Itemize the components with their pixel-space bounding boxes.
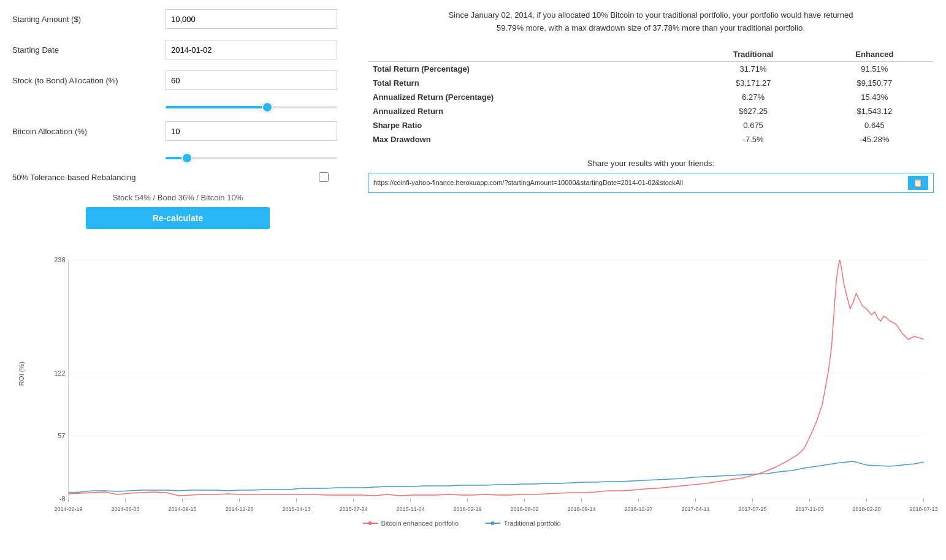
result-enhanced: 91.51% bbox=[815, 61, 934, 76]
svg-text:2017-11-03: 2017-11-03 bbox=[795, 506, 823, 512]
chart-section: ROI (%) 238 122 57 -8 bbox=[0, 248, 946, 554]
share-url-text: https://coinfi-yahoo-finance.herokuapp.c… bbox=[373, 179, 903, 186]
bitcoin-slider[interactable] bbox=[166, 157, 337, 159]
rebalancing-checkbox[interactable] bbox=[319, 172, 329, 182]
svg-text:Bitcoin enhanced portfolio: Bitcoin enhanced portfolio bbox=[381, 520, 459, 527]
bitcoin-row: Bitcoin Allocation (%) bbox=[12, 121, 343, 141]
svg-text:238: 238 bbox=[54, 256, 65, 263]
svg-text:2014-06-03: 2014-06-03 bbox=[111, 506, 139, 512]
bitcoin-slider-container bbox=[166, 152, 337, 161]
svg-text:122: 122 bbox=[54, 369, 65, 377]
svg-text:2014-02-19: 2014-02-19 bbox=[54, 506, 82, 512]
col-traditional: Traditional bbox=[691, 47, 815, 62]
svg-text:2016-12-27: 2016-12-27 bbox=[624, 506, 652, 512]
results-panel: Since January 02, 2014, if you allocated… bbox=[356, 0, 946, 248]
stock-bond-slider-container bbox=[166, 101, 337, 110]
share-url-row: https://coinfi-yahoo-finance.herokuapp.c… bbox=[368, 173, 934, 193]
svg-text:2017-04-11: 2017-04-11 bbox=[681, 506, 709, 512]
stock-bond-label: Stock (to Bond) Allocation (%) bbox=[12, 76, 166, 85]
starting-amount-input[interactable] bbox=[166, 9, 337, 29]
svg-text:2016-02-19: 2016-02-19 bbox=[453, 506, 481, 512]
svg-text:2016-09-14: 2016-09-14 bbox=[567, 506, 595, 512]
starting-amount-label: Starting Amount ($) bbox=[12, 15, 166, 24]
svg-text:2016-06-02: 2016-06-02 bbox=[510, 506, 538, 512]
result-label: Annualized Return (Percentage) bbox=[368, 90, 691, 104]
results-row: Max Drawdown -7.5% -45.28% bbox=[368, 132, 934, 146]
starting-date-input[interactable] bbox=[166, 40, 337, 59]
summary-text: Since January 02, 2014, if you allocated… bbox=[443, 9, 860, 35]
result-enhanced: $9,150.77 bbox=[815, 76, 934, 90]
rebalancing-row: 50% Tolerance-based Rebalancing bbox=[12, 172, 343, 182]
col-enhanced: Enhanced bbox=[815, 47, 934, 62]
svg-point-42 bbox=[368, 521, 372, 525]
starting-date-label: Starting Date bbox=[12, 45, 166, 55]
svg-text:2014-12-26: 2014-12-26 bbox=[225, 506, 253, 512]
svg-text:-8: -8 bbox=[59, 495, 66, 502]
starting-amount-row: Starting Amount ($) bbox=[12, 9, 343, 29]
result-label: Max Drawdown bbox=[368, 132, 691, 146]
svg-text:57: 57 bbox=[58, 432, 65, 439]
result-enhanced: 15.43% bbox=[815, 90, 934, 104]
result-traditional: $627.25 bbox=[691, 104, 815, 118]
result-enhanced: -45.28% bbox=[815, 132, 934, 146]
col-metric bbox=[368, 47, 691, 62]
svg-text:2018-07-13: 2018-07-13 bbox=[909, 506, 937, 512]
result-label: Total Return bbox=[368, 76, 691, 90]
main-chart-svg: 238 122 57 -8 2014-02-19 2014-06-03 2014… bbox=[31, 248, 940, 529]
traditional-line bbox=[69, 461, 924, 493]
svg-point-45 bbox=[491, 521, 495, 525]
copy-icon: 📋 bbox=[913, 178, 923, 187]
svg-text:2017-07-25: 2017-07-25 bbox=[738, 506, 766, 512]
svg-text:Traditional portfolio: Traditional portfolio bbox=[504, 520, 561, 527]
result-label: Sharpe Ratio bbox=[368, 118, 691, 132]
result-enhanced: 0.645 bbox=[815, 118, 934, 132]
svg-text:2014-09-15: 2014-09-15 bbox=[168, 506, 196, 512]
results-row: Total Return $3,171.27 $9,150.77 bbox=[368, 76, 934, 90]
result-traditional: 31.71% bbox=[691, 61, 815, 76]
svg-text:2015-07-24: 2015-07-24 bbox=[339, 506, 367, 512]
allocation-text: Stock 54% / Bond 36% / Bitcoin 10% bbox=[12, 193, 343, 202]
stock-bond-slider[interactable] bbox=[166, 106, 337, 108]
results-row: Total Return (Percentage) 31.71% 91.51% bbox=[368, 61, 934, 76]
result-traditional: 6.27% bbox=[691, 90, 815, 104]
results-row: Annualized Return $627.25 $1,543.12 bbox=[368, 104, 934, 118]
svg-text:2015-04-13: 2015-04-13 bbox=[282, 506, 310, 512]
bitcoin-input[interactable] bbox=[166, 121, 337, 141]
stock-bond-input[interactable] bbox=[166, 70, 337, 90]
results-row: Annualized Return (Percentage) 6.27% 15.… bbox=[368, 90, 934, 104]
recalculate-button[interactable]: Re-calculate bbox=[86, 207, 270, 229]
result-enhanced: $1,543.12 bbox=[815, 104, 934, 118]
result-traditional: 0.675 bbox=[691, 118, 815, 132]
result-label: Total Return (Percentage) bbox=[368, 61, 691, 76]
stock-bond-row: Stock (to Bond) Allocation (%) bbox=[12, 70, 343, 90]
svg-text:2018-02-20: 2018-02-20 bbox=[852, 506, 880, 512]
chart-container: ROI (%) 238 122 57 -8 bbox=[31, 248, 940, 542]
starting-date-row: Starting Date bbox=[12, 40, 343, 59]
bitcoin-label: Bitcoin Allocation (%) bbox=[12, 127, 166, 136]
y-axis-label: ROI (%) bbox=[18, 361, 25, 386]
results-row: Sharpe Ratio 0.675 0.645 bbox=[368, 118, 934, 132]
results-table: Traditional Enhanced Total Return (Perce… bbox=[368, 47, 934, 146]
bitcoin-line bbox=[69, 260, 924, 496]
form-panel: Starting Amount ($) Starting Date Stock … bbox=[0, 0, 356, 248]
result-traditional: -7.5% bbox=[691, 132, 815, 146]
share-label: Share your results with your friends: bbox=[368, 159, 934, 168]
svg-text:2015-11-04: 2015-11-04 bbox=[396, 506, 424, 512]
result-label: Annualized Return bbox=[368, 104, 691, 118]
copy-button[interactable]: 📋 bbox=[908, 176, 928, 190]
rebalancing-label: 50% Tolerance-based Rebalancing bbox=[12, 173, 319, 182]
result-traditional: $3,171.27 bbox=[691, 76, 815, 90]
